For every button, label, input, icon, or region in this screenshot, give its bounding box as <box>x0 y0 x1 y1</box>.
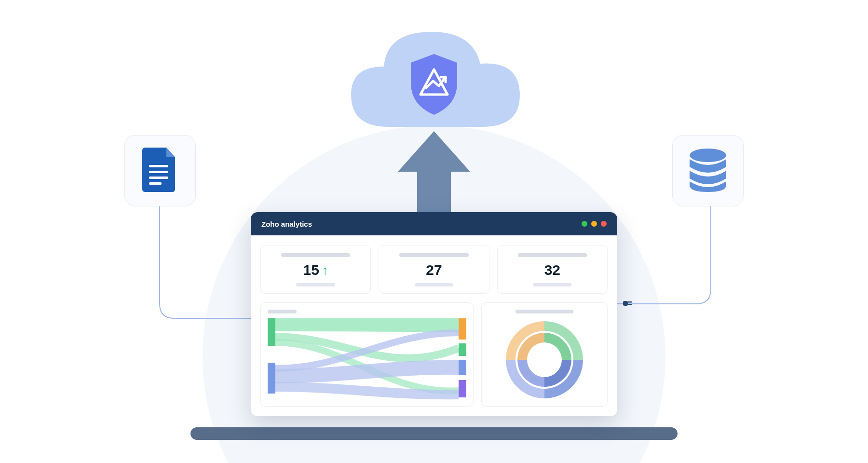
donut-chart <box>503 318 586 401</box>
document-icon <box>142 148 178 194</box>
kpi-card-3: 32 <box>497 245 608 294</box>
kpi-value: 27 <box>426 262 442 278</box>
charts-row <box>260 302 608 407</box>
traffic-light-red <box>601 221 607 227</box>
traffic-light-yellow <box>591 221 597 227</box>
upload-arrow-icon <box>398 131 470 218</box>
kpi-card-1: 15 ↑ <box>260 245 371 294</box>
kpi-title-placeholder <box>399 253 468 257</box>
svg-rect-13 <box>459 380 466 397</box>
kpi-card-2: 27 <box>379 245 489 294</box>
window-titlebar: Zoho analytics <box>251 212 617 235</box>
traffic-lights <box>582 221 607 227</box>
database-icon <box>686 148 730 194</box>
kpi-value: 15 <box>303 262 319 278</box>
svg-rect-1 <box>628 301 632 303</box>
kpi-value: 32 <box>544 262 560 278</box>
platform-shadow <box>190 427 678 440</box>
svg-rect-4 <box>149 171 168 173</box>
kpi-subtitle-placeholder <box>533 283 571 286</box>
plug-icon <box>623 299 634 310</box>
svg-rect-6 <box>149 182 162 185</box>
database-card <box>672 135 744 206</box>
document-card <box>124 135 196 206</box>
svg-rect-3 <box>149 165 168 167</box>
svg-rect-9 <box>268 363 275 394</box>
trend-up-icon: ↑ <box>322 263 328 278</box>
svg-point-7 <box>690 149 726 162</box>
sankey-chart <box>268 318 466 400</box>
svg-rect-0 <box>623 301 628 306</box>
kpi-row: 15 ↑ 27 32 <box>260 245 608 294</box>
analytics-window: Zoho analytics 15 ↑ 27 3 <box>251 212 617 416</box>
chart-title-placeholder <box>268 310 297 313</box>
chart-title-placeholder <box>515 310 573 313</box>
sankey-chart-card <box>260 302 474 407</box>
shield-analytics-icon <box>407 53 461 118</box>
traffic-light-green <box>582 221 587 227</box>
donut-chart-card <box>481 302 608 407</box>
window-title: Zoho analytics <box>261 220 312 228</box>
kpi-subtitle-placeholder <box>296 283 335 286</box>
svg-rect-12 <box>459 360 466 375</box>
svg-rect-8 <box>268 318 275 346</box>
svg-rect-5 <box>149 177 168 179</box>
svg-rect-2 <box>628 304 632 305</box>
kpi-title-placeholder <box>281 253 350 257</box>
svg-rect-10 <box>459 318 466 340</box>
kpi-title-placeholder <box>518 253 587 257</box>
kpi-subtitle-placeholder <box>415 283 453 286</box>
svg-rect-11 <box>459 343 466 356</box>
